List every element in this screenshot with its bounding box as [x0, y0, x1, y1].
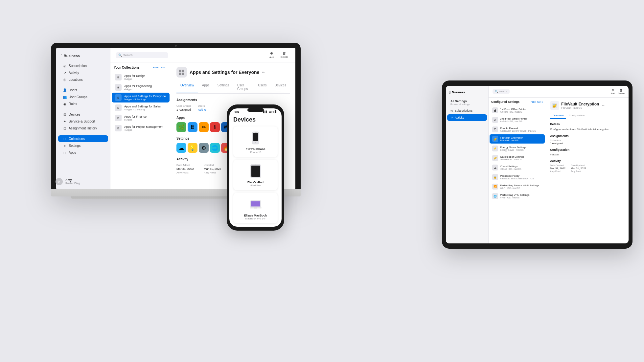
ipad-tab-configuration[interactable]: Configuration: [566, 113, 587, 119]
collections-header: Your Collections Filter Sort ↕: [110, 66, 171, 72]
ipad-setting-10[interactable]: 🌐 PerfectBag VPN Settings VPN · iOS, mac…: [490, 192, 545, 201]
sidebar-item-label: Service & Support: [69, 120, 95, 123]
ipad-app-name: Business: [452, 91, 465, 94]
collection-item-engineering[interactable]: ⊟ Apps for Engineering 4 Apps: [112, 82, 170, 92]
sidebar-item-collections[interactable]: ◻ Collections: [58, 135, 108, 142]
ipad-config-section: Configuration macOS: [550, 148, 625, 156]
setting-name-2: 2nd Floor Office Printer: [500, 117, 542, 120]
setting-name-8: Passcode Policy: [500, 174, 542, 177]
sidebar-item-devices[interactable]: ⊡ Devices: [58, 111, 108, 118]
filter-link-ipad[interactable]: Filter: [531, 101, 536, 103]
search-box[interactable]: 🔍 Search: [116, 52, 168, 58]
ipad-tab-overview[interactable]: Overview: [550, 113, 566, 119]
activity-date-added: Mar 31, 2022: [176, 167, 194, 170]
users-icon: 👤: [63, 88, 67, 92]
device-card-ipad[interactable]: Eliza's iPad iPad Pro: [233, 160, 278, 190]
ipad-setting-3[interactable]: 🛡 Enable Firewall Application Layer Fire…: [490, 125, 545, 134]
setting-icloud[interactable]: ☁: [176, 143, 186, 153]
setting-meta-5: Energy Saver · macOS: [500, 149, 542, 151]
setting-lamp[interactable]: 💡: [188, 143, 197, 153]
svg-rect-2: [179, 73, 181, 75]
setting-name-5: Energy Saver Settings: [500, 146, 542, 149]
ipad-add-button[interactable]: ⊕ Add: [610, 88, 614, 95]
filter-link[interactable]: Filter: [153, 66, 159, 69]
ipad-setting-9[interactable]: 📶 PerfectBag Secure Wi-Fi Settings Wi-Fi…: [490, 182, 545, 191]
ipad-detail-subtitle: FileVault · macOS: [561, 106, 599, 109]
ipad-detail: 🔐 FileVault Encryption FileVault · macOS…: [546, 98, 629, 243]
tab-users[interactable]: Users: [254, 81, 270, 93]
tab-settings[interactable]: Settings: [213, 81, 233, 93]
ipad-collections-label: Collections: [550, 139, 563, 142]
collection-item-project[interactable]: ⊟ Apps for Project Management 4 Apps: [112, 123, 170, 133]
collection-item-design[interactable]: ⊟ Apps for Design 3 Apps: [112, 72, 170, 82]
sort-link[interactable]: Sort ↕: [161, 66, 168, 69]
assignments-title: Assignments: [176, 98, 290, 102]
tab-devices[interactable]: Devices: [270, 81, 290, 93]
sidebar-item-label: Users: [69, 88, 77, 92]
setting-meta-8: Password and Screen Lock · iOS: [500, 177, 542, 180]
ipad-setting-7[interactable]: ☁ iCloud Settings iCloud · iOS, macOS: [490, 163, 545, 172]
tab-apps[interactable]: Apps: [198, 81, 214, 93]
sidebar-item-user-groups[interactable]: 👥 User Groups: [58, 94, 108, 100]
sidebar-item-users[interactable]: 👤 Users: [58, 87, 108, 93]
ipad-setting-5[interactable]: ⚡ Energy Saver Settings Energy Saver · m…: [490, 144, 545, 153]
setting-info-7: iCloud Settings iCloud · iOS, macOS: [500, 165, 542, 170]
sidebar-item-label: Subscription: [69, 64, 87, 68]
sidebar-item-settings[interactable]: ≡ Settings: [58, 142, 108, 149]
ipad-detail-icon: 🔐: [550, 101, 559, 110]
collection-item-sales[interactable]: ⊟ Apps and Settings for Sales 4 Apps · 1…: [112, 103, 170, 113]
locations-icon: ◎: [63, 78, 67, 81]
apple-icon: : [61, 53, 62, 58]
ipad-setting-2[interactable]: 🖨 2nd Floor Office Printer AirPrint · iO…: [490, 115, 545, 124]
sidebar-item-assignment-history[interactable]: ◻ Assignment History: [58, 125, 108, 131]
delete-button[interactable]: 🗑 Delete: [279, 51, 290, 59]
ipad-sidebar-subscriptions[interactable]: ◎ Subscriptions: [447, 107, 487, 114]
app-icon-evernote[interactable]: 🌿: [176, 122, 186, 132]
ipad-delete-button[interactable]: 🗑 Delete: [618, 88, 625, 95]
ipad-setting-6[interactable]: 🔑 Gatekeeper Settings Gatekeeper · macOS: [490, 153, 545, 163]
tab-user-groups[interactable]: User Groups: [233, 81, 254, 93]
device-card-macbook[interactable]: Eliza's MacBook MacBook Pro 14": [233, 193, 278, 223]
ipad-edit-icon[interactable]: ✏: [602, 104, 605, 107]
add-button[interactable]: ⊕ Add: [267, 51, 276, 59]
setting-web[interactable]: 🌐: [210, 143, 220, 153]
ipad-sidebar-all-settings[interactable]: All Settings Browse all settings: [447, 98, 487, 107]
svg-rect-5: [253, 133, 258, 141]
sidebar-item-roles[interactable]: ◉ Roles: [58, 101, 108, 107]
sidebar-item-locations[interactable]: ◎ Locations: [58, 76, 108, 83]
app-icon-3[interactable]: ℹ: [210, 122, 220, 132]
sidebar-item-service-support[interactable]: ✦ Service & Support: [58, 118, 108, 124]
col-icon: ⊟: [115, 94, 122, 101]
ipad-setting-1[interactable]: 🖨 1st Floor Office Printer AirPrint · iO…: [490, 106, 545, 115]
collection-item-everyone[interactable]: ⊟ Apps and Settings for Everyone 9 Apps …: [112, 93, 170, 102]
app-icon-2[interactable]: ✏: [199, 122, 209, 132]
tab-overview[interactable]: Overview: [176, 81, 198, 93]
svg-rect-1: [182, 70, 184, 72]
ipad-search[interactable]: 🔍 Search: [493, 89, 510, 94]
iphone-body: 9:41 ▌▌▌ WiFi ▉ Devices: [227, 104, 284, 231]
setting-gear[interactable]: ⚙: [199, 143, 209, 153]
collections-actions: Filter Sort ↕: [153, 66, 168, 69]
ipad-sidebar-activity[interactable]: ↗ Activity: [447, 114, 487, 121]
sidebar-item-activity[interactable]: ↗ Activity: [58, 69, 108, 76]
ipad-setting-4[interactable]: 🔐 FileVault Encryption FileVault · macOS: [490, 134, 545, 144]
app-icon-1[interactable]: 🖥: [188, 122, 197, 132]
col-name: Apps and Settings for Everyone: [124, 95, 166, 98]
sidebar-logo-text: Business: [64, 54, 80, 58]
edit-icon[interactable]: ✏: [262, 71, 264, 74]
ipad-sidebar-logo:  Business: [446, 89, 488, 98]
device-card-iphone[interactable]: Eliza's iPhone iPhone 13: [233, 126, 278, 157]
sidebar-item-subscription[interactable]: ◎ Subscription: [58, 62, 108, 69]
add-users-link[interactable]: Add ⊕: [198, 108, 207, 111]
ipad-person-created: Amy Frost: [550, 170, 565, 172]
sidebar-item-apps[interactable]: ◻ Apps: [58, 149, 108, 156]
collection-item-finance[interactable]: ⊟ Apps for Finance 5 Apps: [112, 113, 170, 123]
user-groups-icon: 👥: [63, 95, 67, 99]
ipad-setting-8[interactable]: 🔒 Passcode Policy Password and Screen Lo…: [490, 172, 545, 182]
activity-person-added: Amy Frost: [176, 171, 194, 174]
col-meta: 4 Apps: [124, 128, 166, 131]
setting-name-3: Enable Firewall: [500, 127, 542, 130]
sort-link-ipad[interactable]: Sort ↕: [537, 101, 543, 103]
setting-icon-6: 🔑: [492, 155, 498, 161]
col-info: Apps for Engineering 4 Apps: [124, 84, 166, 91]
